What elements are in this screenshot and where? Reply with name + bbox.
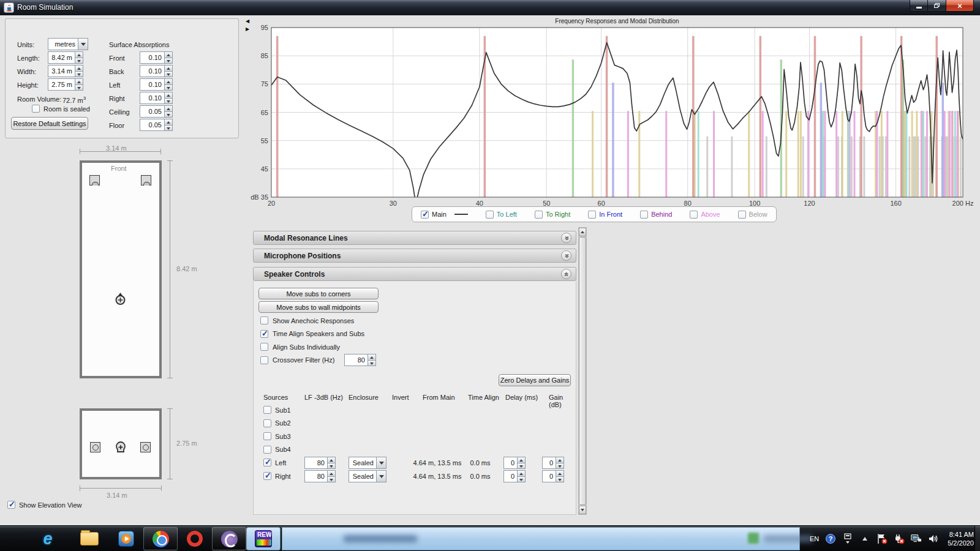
absorption-field-left-value[interactable]: 0.10 [140, 78, 164, 91]
language-indicator[interactable]: EN [810, 535, 819, 542]
spin-down-icon[interactable] [517, 476, 526, 483]
power-plug-error-icon[interactable] [894, 533, 905, 544]
delay-right-spinner[interactable] [517, 470, 526, 482]
spin-down-icon[interactable] [75, 84, 83, 91]
dim-field-width[interactable]: 3.14 m [48, 65, 83, 77]
taskbar-app-bittorrent[interactable] [212, 527, 246, 550]
units-dropdown[interactable]: metres [48, 38, 88, 50]
taskbar-app-internet-explorer[interactable]: e [31, 527, 65, 550]
splitter-expand-right-icon[interactable]: ▶ [246, 27, 249, 32]
help-icon[interactable]: ? [825, 533, 836, 544]
close-button[interactable]: × [946, 0, 974, 12]
spin-up-icon[interactable] [517, 470, 526, 476]
spin-down-icon[interactable] [164, 98, 173, 105]
delay-right[interactable]: 0 [503, 470, 526, 482]
gain-left-spinner[interactable] [556, 457, 564, 469]
spin-up-icon[interactable] [164, 92, 173, 98]
section-collapse-button[interactable]: « [561, 269, 571, 279]
absorption-field-floor-spinner[interactable] [164, 119, 173, 131]
vertical-scrollbar[interactable] [578, 227, 587, 515]
source-checkbox-right[interactable] [263, 472, 271, 480]
legend-checkbox-in-front[interactable] [588, 211, 596, 219]
spin-up-icon[interactable] [75, 65, 83, 71]
delay-left-value[interactable]: 0 [503, 457, 517, 469]
legend-checkbox-main[interactable] [421, 211, 429, 219]
legend-checkbox-below[interactable] [738, 211, 746, 219]
left-speaker-top-icon[interactable] [89, 175, 100, 186]
source-checkbox-sub1[interactable] [263, 406, 271, 414]
dim-field-width-spinner[interactable] [75, 65, 83, 77]
splitter-collapse-left-icon[interactable]: ◀ [246, 19, 249, 24]
network-icon[interactable] [911, 533, 922, 544]
absorption-field-back-spinner[interactable] [164, 65, 173, 77]
crossover-frequency-value[interactable]: 80 [344, 354, 368, 366]
action-center-flag-icon[interactable] [876, 533, 888, 544]
spin-down-icon[interactable] [327, 476, 336, 483]
spin-up-icon[interactable] [164, 105, 173, 111]
gain-left[interactable]: 0 [542, 457, 564, 469]
spin-down-icon[interactable] [164, 71, 173, 78]
spin-up-icon[interactable] [556, 457, 564, 463]
legend-checkbox-to-right[interactable] [535, 211, 543, 219]
volume-icon[interactable] [928, 533, 939, 544]
absorption-field-ceiling-spinner[interactable] [164, 105, 173, 118]
spin-up-icon[interactable] [368, 354, 376, 360]
spin-up-icon[interactable] [164, 65, 173, 71]
spin-up-icon[interactable] [517, 457, 526, 463]
taskbar-app-windows-explorer[interactable] [72, 527, 107, 550]
dim-field-length[interactable]: 8.42 m [48, 51, 83, 64]
move-subs-to-corners-button[interactable]: Move subs to corners [258, 288, 379, 299]
spin-down-icon[interactable] [164, 111, 173, 118]
absorption-field-right-spinner[interactable] [164, 92, 173, 104]
gain-right-spinner[interactable] [556, 470, 564, 482]
crossover-frequency-spinner[interactable] [368, 354, 376, 366]
legend-checkbox-behind[interactable] [640, 211, 648, 219]
zero-delays-gains-button[interactable]: Zero Delays and Gains [499, 374, 571, 386]
spin-down-icon[interactable] [164, 125, 173, 132]
legend-checkbox-above[interactable] [690, 211, 698, 219]
absorption-field-back-value[interactable]: 0.10 [140, 65, 164, 77]
lf-cutoff-right-spinner[interactable] [327, 470, 336, 482]
listener-top-icon[interactable] [115, 293, 126, 305]
restore-defaults-button[interactable]: Restore Default Settings [11, 117, 88, 130]
left-speaker-elevation-icon[interactable] [90, 442, 100, 452]
spin-down-icon[interactable] [556, 476, 564, 483]
scroll-up-button[interactable] [579, 228, 586, 236]
gain-left-value[interactable]: 0 [542, 457, 556, 469]
source-checkbox-sub4[interactable] [263, 446, 271, 454]
absorption-field-ceiling[interactable]: 0.05 [140, 105, 173, 118]
spin-down-icon[interactable] [327, 463, 336, 470]
spin-down-icon[interactable] [368, 360, 376, 367]
listener-elevation-icon[interactable] [115, 441, 126, 454]
show-hidden-icons-caret[interactable] [859, 533, 870, 544]
spin-up-icon[interactable] [164, 119, 173, 125]
dim-field-height-value[interactable]: 2.75 m [48, 78, 75, 91]
crossover-frequency[interactable]: 80 [344, 354, 376, 366]
spin-up-icon[interactable] [75, 51, 83, 58]
section-microphone-positions[interactable]: Microphone Positions« [253, 249, 576, 263]
lf-cutoff-right-value[interactable]: 80 [304, 470, 327, 482]
spin-down-icon[interactable] [75, 71, 83, 78]
room-top-view[interactable] [80, 160, 162, 378]
enclosure-right[interactable]: Sealed [349, 470, 386, 482]
show-desktop-button[interactable] [974, 526, 980, 551]
spin-up-icon[interactable] [327, 470, 336, 476]
dim-field-length-value[interactable]: 8.42 m [48, 51, 75, 64]
frequency-response-chart[interactable]: 203040506080100120160200 Hz958575655545d… [251, 16, 979, 225]
hidden-icons-button[interactable] [842, 533, 853, 544]
checkbox-align-subs-individually[interactable] [260, 343, 268, 351]
gain-right[interactable]: 0 [542, 470, 564, 482]
show-elevation-checkbox[interactable] [7, 501, 15, 509]
lf-cutoff-left-value[interactable]: 80 [304, 457, 327, 469]
scroll-down-button[interactable] [579, 506, 586, 514]
dropdown-arrow-icon[interactable] [376, 470, 386, 482]
scrollbar-thumb[interactable] [579, 237, 586, 505]
absorption-field-floor[interactable]: 0.05 [140, 119, 173, 131]
spin-down-icon[interactable] [164, 84, 173, 91]
absorption-field-right[interactable]: 0.10 [140, 92, 173, 104]
right-speaker-top-icon[interactable] [141, 175, 151, 186]
right-speaker-elevation-icon[interactable] [140, 442, 151, 452]
absorption-field-ceiling-value[interactable]: 0.05 [140, 105, 164, 118]
taskbar-app-media-player[interactable] [109, 527, 143, 550]
enclosure-left[interactable]: Sealed [349, 457, 386, 469]
